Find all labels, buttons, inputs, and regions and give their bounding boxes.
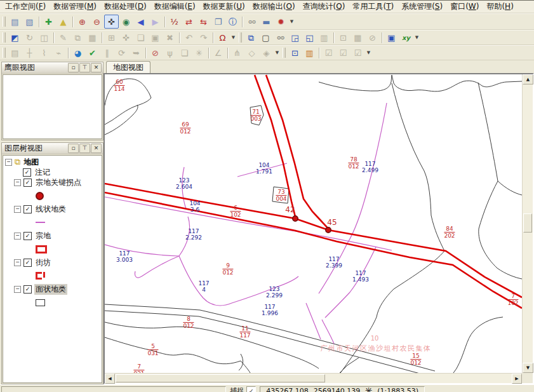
find-binoculars-button[interactable]: ⊙⊙	[244, 15, 259, 29]
clear-selection-button[interactable]: ⊘	[365, 30, 380, 44]
previous-view-button[interactable]: ◀	[133, 15, 148, 29]
clip-region-button[interactable]: ⊘	[148, 46, 163, 60]
sketch-pencil-button[interactable]: ✎	[56, 30, 70, 44]
menu-item-W[interactable]: 窗口(W)	[446, 1, 483, 13]
parallel-lines-button[interactable]: ∥	[100, 46, 114, 60]
pan-tool-button[interactable]: ✜	[104, 15, 119, 29]
layer-label[interactable]: 街坊	[34, 257, 52, 268]
zoom-browse-window-button[interactable]: ⊡	[288, 46, 302, 60]
select-by-rectangle-button[interactable]: ▢	[258, 30, 273, 44]
polygon-move-button[interactable]: ◇	[244, 46, 259, 60]
delete-feature-button[interactable]: ✖	[163, 30, 177, 44]
expander-icon[interactable]: −	[14, 286, 21, 293]
menu-item-F[interactable]: 工作空间(F)	[1, 1, 50, 13]
toolbar-overflow-icon[interactable]: ▼	[288, 15, 295, 28]
annotation-stamp-button[interactable]: ✹	[274, 15, 288, 29]
zoom-to-layer-button[interactable]: ◱	[302, 30, 317, 44]
menu-item-U[interactable]: 数据更新(U)	[199, 1, 249, 13]
copy-features-button[interactable]: ⧉	[70, 30, 85, 44]
layer-checkbox[interactable]: ✓	[23, 232, 32, 240]
layer-label[interactable]: 注记	[34, 167, 51, 178]
menu-item-H[interactable]: 帮助(H)	[483, 1, 517, 13]
next-view-button[interactable]: ▶	[148, 15, 163, 29]
layer-checkbox[interactable]: ✓	[23, 205, 32, 213]
expander-icon[interactable]: −	[14, 259, 21, 266]
zoom-in-button[interactable]: ⊕	[75, 15, 90, 29]
pin-icon[interactable]: ⊤	[79, 63, 90, 72]
zoom-out-button[interactable]: ⊖	[90, 15, 104, 29]
select-grid-button[interactable]: ▦	[350, 30, 365, 44]
apply-to-window-2-button[interactable]: ☑	[336, 46, 350, 60]
polygon-vertices-button[interactable]: ◈	[259, 46, 274, 60]
map-view-window-button[interactable]: ▣	[384, 30, 399, 44]
new-map-document-button[interactable]: ▤	[8, 15, 22, 29]
apply-to-window-1-button[interactable]: ☑	[321, 46, 336, 60]
save-edits-button[interactable]: ◫	[37, 30, 51, 44]
pin-icon[interactable]: ⊤	[79, 144, 90, 153]
snap-cross-button[interactable]: ┼	[22, 46, 37, 60]
fixed-scale-button[interactable]: ½	[167, 15, 182, 29]
expander-icon[interactable]: −	[14, 206, 21, 213]
paste-feature-button[interactable]: ▣	[148, 30, 163, 44]
close-icon[interactable]: ✕	[91, 144, 102, 153]
cascade-windows-button[interactable]: ▥	[302, 46, 317, 60]
vertical-scrollbar[interactable]: ▲ ▼	[522, 74, 533, 373]
layer-checkbox[interactable]: ✓	[23, 259, 32, 267]
layer-label[interactable]: 宗地关键拐点	[34, 177, 83, 188]
undo-button[interactable]: ↶	[182, 30, 196, 44]
edit-polyline-nodes-button[interactable]: ⌇	[37, 46, 51, 60]
select-features-button[interactable]: ◩	[8, 30, 22, 44]
restore-icon[interactable]: ▫	[68, 144, 79, 153]
update-view-button[interactable]: ⇆	[196, 15, 211, 29]
horizontal-scroll-thumb[interactable]	[116, 374, 325, 382]
snapping-magnet-button[interactable]: Ω	[215, 30, 230, 44]
explode-entity-button[interactable]: ✳	[192, 46, 206, 60]
scroll-down-icon[interactable]: ▼	[523, 363, 533, 373]
region-apply-button[interactable]: ✔	[85, 46, 100, 60]
copy-feature-button[interactable]: ❏	[133, 30, 148, 44]
menu-item-D[interactable]: 数据处理(D)	[100, 1, 150, 13]
menu-item-T[interactable]: 常用工具(T)	[349, 1, 397, 13]
new-data-window-button[interactable]: ▥	[317, 30, 331, 44]
layer-checkbox[interactable]: ✓	[23, 168, 31, 177]
vertical-scroll-thumb[interactable]	[523, 213, 532, 233]
polyline-trace-button[interactable]: ∠	[211, 46, 225, 60]
close-icon[interactable]: ✕	[91, 63, 102, 72]
eagle-eye-view[interactable]	[3, 74, 102, 139]
copy-view-button[interactable]: ❐	[211, 15, 225, 29]
layer-label[interactable]: 面状地类	[34, 284, 67, 295]
menu-item-M[interactable]: 数据管理(M)	[50, 1, 100, 13]
scroll-left-icon[interactable]: ◀	[105, 374, 115, 384]
move-feature-button[interactable]: ✜	[119, 30, 133, 44]
layer-checkbox[interactable]: ✓	[23, 285, 32, 294]
rotate-anchor-button[interactable]: ⟳	[114, 46, 129, 60]
scroll-right-icon[interactable]: ▶	[512, 374, 522, 384]
open-map-document-button[interactable]: ▧	[22, 15, 37, 29]
toolbar-overflow-icon[interactable]: ▼	[230, 31, 237, 44]
zoom-to-selection-button[interactable]: ◲	[288, 30, 302, 44]
refresh-redraw-button[interactable]: ⇄	[182, 15, 196, 29]
output-layout-button[interactable]: ▤	[8, 46, 22, 60]
map-canvas[interactable]: 601146901271003780121172.499730046102424…	[105, 74, 522, 373]
menu-item-Q[interactable]: 查询统计(Q)	[299, 1, 349, 13]
edit-region-nodes-button[interactable]: ⌁	[51, 46, 66, 60]
apply-to-window-3-button[interactable]: ☑	[350, 46, 365, 60]
menu-item-O[interactable]: 数据输出(O)	[249, 1, 299, 13]
layer-label[interactable]: 线状地类	[34, 204, 67, 215]
toolbar-overflow-icon[interactable]: ▼	[413, 31, 420, 44]
measure-ruler-button[interactable]: ▬	[259, 15, 274, 29]
topology-rebuild-button[interactable]: ◕	[70, 46, 85, 60]
layer-control-button[interactable]: ⧉	[244, 30, 258, 44]
toolbar-overflow-icon[interactable]: ▼	[365, 46, 372, 59]
layer-label[interactable]: 宗地	[34, 231, 52, 241]
map-display-button[interactable]: ▲	[56, 15, 70, 29]
xy-coordinate-locate-button[interactable]: xy	[399, 30, 413, 44]
menu-item-S[interactable]: 系统管理(S)	[397, 1, 446, 13]
attribute-table-button[interactable]: ▦	[85, 30, 100, 44]
expander-icon[interactable]: −	[14, 233, 21, 240]
tab-map-view[interactable]: 地图视图	[106, 61, 150, 73]
add-data-button[interactable]: ✚	[41, 15, 56, 29]
full-extent-globe-button[interactable]: ◉	[119, 15, 133, 29]
horizontal-scrollbar[interactable]: ◀ ▶	[105, 373, 522, 383]
info-identify-button[interactable]: ⓘ	[225, 15, 240, 29]
